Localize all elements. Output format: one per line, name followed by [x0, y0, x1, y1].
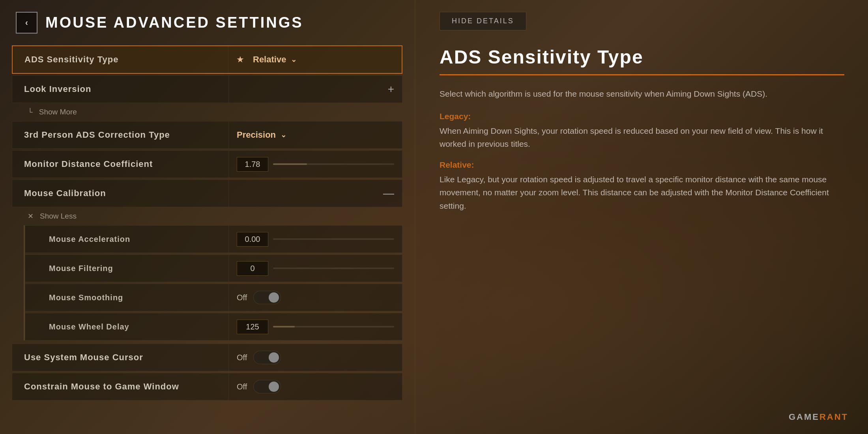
- monitor-distance-value[interactable]: 1.78: [228, 151, 402, 178]
- back-icon: ‹: [25, 18, 28, 28]
- mouse-filtering-slider-container: 0: [237, 261, 394, 276]
- mouse-wheel-delay-valuebox: 125: [237, 320, 268, 334]
- chevron-down-icon: ⌄: [291, 55, 297, 64]
- mouse-wheel-delay-value[interactable]: 125: [228, 313, 402, 340]
- third-person-ads-row[interactable]: 3rd Person ADS Correction Type Precision…: [12, 121, 402, 149]
- constrain-mouse-toggle-container: Off: [237, 380, 281, 393]
- mouse-smoothing-row[interactable]: Mouse Smoothing Off: [25, 284, 402, 311]
- mouse-smoothing-value[interactable]: Off: [228, 284, 402, 311]
- use-system-cursor-thumb: [269, 352, 279, 363]
- mouse-smoothing-toggle-container: Off: [237, 291, 281, 304]
- right-panel: HIDE DETAILS ADS Sensitivity Type Select…: [415, 0, 868, 434]
- monitor-distance-slider-container: 1.78: [237, 157, 394, 172]
- use-system-cursor-toggle[interactable]: [253, 351, 281, 364]
- mouse-wheel-delay-slider-container: 125: [237, 320, 394, 334]
- show-less-label: Show Less: [40, 212, 77, 221]
- use-system-cursor-toggle-label: Off: [237, 353, 247, 362]
- monitor-distance-fill: [273, 163, 307, 165]
- look-inversion-value[interactable]: +: [228, 76, 402, 103]
- detail-relative-title: Relative:: [440, 160, 844, 170]
- monitor-distance-row[interactable]: Monitor Distance Coefficient 1.78: [12, 150, 402, 178]
- monitor-distance-slider[interactable]: [273, 163, 394, 165]
- mouse-smoothing-thumb: [269, 292, 279, 303]
- detail-relative-text: Like Legacy, but your rotation speed is …: [440, 173, 844, 213]
- detail-legacy-section: Legacy: When Aiming Down Sights, your ro…: [440, 112, 844, 151]
- detail-description: Select which algorithm is used for the m…: [440, 87, 844, 101]
- mouse-filtering-slider[interactable]: [273, 268, 394, 269]
- mouse-filtering-row[interactable]: Mouse Filtering 0: [25, 254, 402, 282]
- look-inversion-row[interactable]: Look Inversion +: [12, 75, 402, 103]
- mouse-calibration-value: —: [228, 180, 402, 207]
- ads-sensitivity-value[interactable]: ★ Relative ⌄: [228, 46, 402, 73]
- constrain-mouse-thumb: [269, 382, 279, 392]
- mouse-acceleration-valuebox: 0.00: [237, 232, 268, 247]
- calibration-sub-rows: Mouse Acceleration 0.00 Mouse Filtering: [24, 225, 402, 340]
- constrain-mouse-toggle-label: Off: [237, 382, 247, 391]
- mouse-smoothing-toggle-label: Off: [237, 293, 247, 302]
- constrain-mouse-value[interactable]: Off: [228, 373, 402, 400]
- constrain-mouse-label: Constrain Mouse to Game Window: [12, 382, 228, 392]
- mouse-wheel-delay-slider[interactable]: [273, 326, 394, 327]
- use-system-cursor-value[interactable]: Off: [228, 344, 402, 371]
- ads-sensitivity-dropdown[interactable]: Relative ⌄: [253, 54, 297, 65]
- mouse-wheel-delay-fill: [273, 326, 295, 327]
- look-inversion-label: Look Inversion: [12, 84, 228, 94]
- mouse-calibration-label: Mouse Calibration: [12, 188, 228, 198]
- ads-sensitivity-current: Relative: [253, 54, 286, 65]
- plus-icon: +: [388, 83, 394, 95]
- page-title: MOUSE ADVANCED SETTINGS: [45, 14, 303, 31]
- mouse-acceleration-slider[interactable]: [273, 238, 394, 240]
- ads-sensitivity-label: ADS Sensitivity Type: [13, 54, 228, 65]
- show-more-label: Show More: [39, 108, 77, 116]
- third-person-ads-dropdown[interactable]: Precision ⌄: [237, 130, 286, 140]
- use-system-cursor-toggle-container: Off: [237, 351, 281, 364]
- use-system-cursor-row[interactable]: Use System Mouse Cursor Off: [12, 344, 402, 371]
- chevron-down-icon-2: ⌄: [281, 131, 286, 139]
- mouse-calibration-row[interactable]: Mouse Calibration —: [12, 180, 402, 207]
- detail-legacy-text: When Aiming Down Sights, your rotation s…: [440, 124, 844, 151]
- monitor-distance-valuebox: 1.78: [237, 157, 268, 172]
- constrain-mouse-toggle[interactable]: [253, 380, 281, 393]
- star-icon: ★: [236, 54, 244, 65]
- detail-legacy-title: Legacy:: [440, 112, 844, 121]
- mouse-filtering-valuebox: 0: [237, 261, 268, 276]
- third-person-ads-label: 3rd Person ADS Correction Type: [12, 130, 228, 140]
- mouse-wheel-delay-label: Mouse Wheel Delay: [25, 322, 228, 331]
- detail-title: ADS Sensitivity Type: [440, 46, 844, 75]
- use-system-cursor-label: Use System Mouse Cursor: [12, 352, 228, 363]
- detail-relative-section: Relative: Like Legacy, but your rotation…: [440, 160, 844, 213]
- third-person-ads-value[interactable]: Precision ⌄: [228, 122, 402, 148]
- show-more-row[interactable]: └ Show More: [12, 105, 402, 120]
- mouse-acceleration-label: Mouse Acceleration: [25, 235, 228, 244]
- ads-sensitivity-row[interactable]: ADS Sensitivity Type ★ Relative ⌄: [12, 45, 402, 74]
- mouse-filtering-value[interactable]: 0: [228, 255, 402, 282]
- constrain-mouse-row[interactable]: Constrain Mouse to Game Window Off: [12, 373, 402, 400]
- show-less-row[interactable]: ✕ Show Less: [12, 209, 402, 224]
- mouse-smoothing-label: Mouse Smoothing: [25, 293, 228, 302]
- monitor-distance-label: Monitor Distance Coefficient: [12, 159, 228, 169]
- back-button[interactable]: ‹: [16, 12, 37, 34]
- mouse-acceleration-slider-container: 0.00: [237, 232, 394, 247]
- mouse-acceleration-row[interactable]: Mouse Acceleration 0.00: [25, 225, 402, 253]
- mouse-smoothing-toggle[interactable]: [253, 291, 281, 304]
- left-panel: ‹ MOUSE ADVANCED SETTINGS ADS Sensitivit…: [0, 0, 414, 434]
- minus-icon: —: [383, 187, 394, 200]
- third-person-ads-current: Precision: [237, 130, 276, 140]
- hide-details-button[interactable]: HIDE DETAILS: [440, 12, 526, 30]
- x-icon: ✕: [28, 212, 34, 221]
- mouse-acceleration-value[interactable]: 0.00: [228, 226, 402, 253]
- settings-list: ADS Sensitivity Type ★ Relative ⌄ Look I…: [0, 45, 414, 400]
- mouse-filtering-label: Mouse Filtering: [25, 264, 228, 273]
- mouse-wheel-delay-row[interactable]: Mouse Wheel Delay 125: [25, 313, 402, 340]
- arrow-icon: └: [28, 108, 33, 116]
- header: ‹ MOUSE ADVANCED SETTINGS: [0, 12, 414, 45]
